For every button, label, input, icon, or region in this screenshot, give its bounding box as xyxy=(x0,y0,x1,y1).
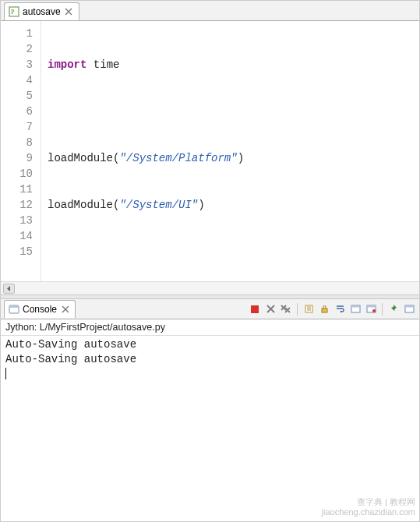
line-number: 2 xyxy=(1,41,41,57)
line-number: 1 xyxy=(1,26,41,41)
close-icon[interactable] xyxy=(64,6,74,16)
console-tab-label: Console xyxy=(23,304,57,315)
remove-all-terminated-button[interactable] xyxy=(279,302,293,316)
display-selected-console-button[interactable] xyxy=(402,302,416,316)
svg-text:P: P xyxy=(11,9,15,16)
console-line: Auto-Saving autosave xyxy=(5,353,136,365)
editor-tab-autosave[interactable]: P autosave xyxy=(4,2,79,20)
editor-tab-label: autosave xyxy=(23,6,61,17)
clear-console-button[interactable] xyxy=(302,302,316,316)
close-icon[interactable] xyxy=(60,304,70,314)
line-number: 10 xyxy=(1,166,41,182)
svg-rect-3 xyxy=(9,305,19,308)
svg-rect-8 xyxy=(351,305,360,308)
watermark: 查字典 | 教程网 jiaocheng.chazidian.com xyxy=(322,497,415,517)
code-area[interactable]: import time loadModule("/System/Platform… xyxy=(41,21,419,281)
remove-launch-button[interactable] xyxy=(263,302,277,316)
horizontal-scrollbar[interactable] xyxy=(1,281,419,295)
line-number: 4 xyxy=(1,72,41,88)
line-number: 3 xyxy=(1,57,41,72)
line-number-gutter: 1 2 3 4 5 6 7 8 9 10 11 12 13 14 15 xyxy=(1,21,41,281)
svg-rect-4 xyxy=(251,305,259,313)
console-toolbar xyxy=(248,302,416,316)
line-number: 14 xyxy=(1,228,41,244)
text-caret xyxy=(5,368,6,379)
line-number: 15 xyxy=(1,244,41,259)
code-line xyxy=(48,244,419,259)
pin-console-button[interactable] xyxy=(386,302,401,316)
line-number: 6 xyxy=(1,104,41,119)
python-file-icon: P xyxy=(9,6,19,17)
svg-rect-10 xyxy=(367,305,376,308)
console-tabbar: Console xyxy=(1,299,419,319)
line-number: 13 xyxy=(1,213,41,228)
line-number: 9 xyxy=(1,150,41,166)
line-number: 7 xyxy=(1,119,41,135)
scroll-lock-button[interactable] xyxy=(317,302,331,316)
line-number: 8 xyxy=(1,135,41,150)
scroll-left-arrow-icon[interactable] xyxy=(3,284,15,294)
code-line xyxy=(48,104,419,119)
show-on-error-button[interactable] xyxy=(364,302,378,316)
code-line: loadModule("/System/UI") xyxy=(48,197,419,213)
code-line: import time xyxy=(48,57,419,72)
console-pane: Console Jython: L/MyFirstProject/autosav… xyxy=(1,299,419,520)
terminate-button[interactable] xyxy=(248,302,262,316)
svg-rect-13 xyxy=(405,305,414,308)
editor-pane: P autosave 1 2 3 4 5 6 7 8 9 10 11 12 13… xyxy=(1,1,419,295)
editor-body[interactable]: 1 2 3 4 5 6 7 8 9 10 11 12 13 14 15 impo… xyxy=(1,21,419,281)
word-wrap-button[interactable] xyxy=(333,302,347,316)
console-icon xyxy=(9,304,19,315)
show-on-output-button[interactable] xyxy=(348,302,362,316)
line-number: 5 xyxy=(1,88,41,104)
console-tab[interactable]: Console xyxy=(4,300,76,318)
line-number: 12 xyxy=(1,197,41,213)
console-line: Auto-Saving autosave xyxy=(5,338,136,351)
line-number: 11 xyxy=(1,182,41,197)
svg-point-11 xyxy=(372,309,376,312)
editor-tabbar: P autosave xyxy=(1,1,419,21)
console-process-label: Jython: L/MyFirstProject/autosave.py xyxy=(1,319,419,336)
svg-rect-6 xyxy=(322,309,327,312)
console-output[interactable]: Auto-Saving autosave Auto-Saving autosav… xyxy=(1,336,419,520)
code-line: loadModule("/System/Platform") xyxy=(48,150,419,166)
